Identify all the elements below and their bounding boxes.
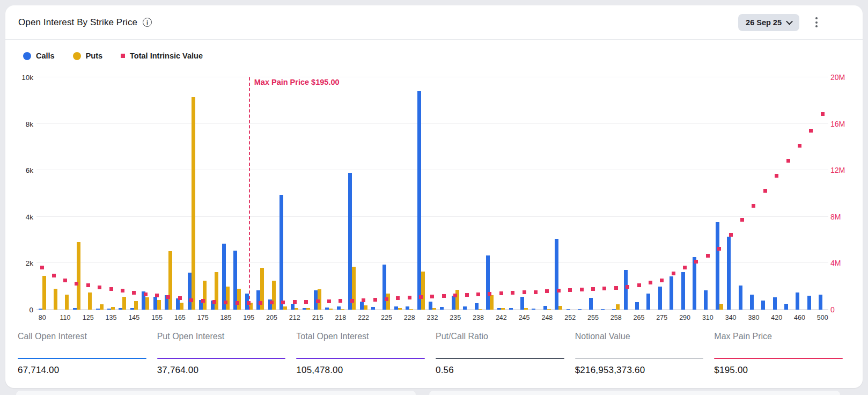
bar-group[interactable] <box>667 77 679 310</box>
bar-group[interactable] <box>48 77 59 310</box>
bar-group[interactable]: 145 <box>128 77 139 310</box>
bar-group[interactable] <box>805 77 816 310</box>
bar-group[interactable]: 185 <box>220 77 231 310</box>
bar-group[interactable] <box>277 77 289 310</box>
legend-item-puts[interactable]: Puts <box>73 52 102 60</box>
calls-bar <box>96 309 100 310</box>
bar-group[interactable]: 380 <box>748 77 759 310</box>
intrinsic-value-point <box>752 204 755 208</box>
bar-group[interactable] <box>186 77 197 310</box>
intrinsic-value-point <box>52 274 56 277</box>
bar-group[interactable]: 222 <box>358 77 369 310</box>
bar-group[interactable]: 245 <box>518 77 529 310</box>
bar-group[interactable]: 135 <box>105 77 116 310</box>
bar-group[interactable] <box>713 77 725 310</box>
calls-bar <box>681 272 685 310</box>
bar-group[interactable] <box>94 77 105 310</box>
bar-group[interactable]: 255 <box>587 77 599 310</box>
bar-group[interactable] <box>760 77 771 310</box>
legend-item-intrinsic[interactable]: Total Intrinsic Value <box>121 52 203 60</box>
bar-group[interactable] <box>369 77 380 310</box>
calls-bar <box>39 309 42 310</box>
bar-group[interactable]: 238 <box>473 77 484 310</box>
puts-bar <box>479 309 482 310</box>
bar-group[interactable]: 290 <box>679 77 690 310</box>
legend-item-calls[interactable]: Calls <box>23 52 55 60</box>
puts-bar <box>719 304 723 310</box>
intrinsic-value-point <box>614 286 618 290</box>
bar-group[interactable] <box>392 77 403 310</box>
bar-group[interactable] <box>553 77 564 310</box>
x-axis-tick: 222 <box>358 314 369 321</box>
bar-group[interactable] <box>530 77 541 310</box>
bar-group[interactable]: 252 <box>564 77 576 310</box>
bar-group[interactable]: 218 <box>335 77 346 310</box>
bar-group[interactable]: 275 <box>656 77 667 310</box>
bar-group[interactable]: 242 <box>496 77 507 310</box>
bar-group[interactable]: 235 <box>450 77 461 310</box>
bar-group[interactable] <box>461 77 472 310</box>
expiry-date-dropdown[interactable]: 26 Sep 25 <box>738 14 799 31</box>
bar-group[interactable]: 258 <box>610 77 622 310</box>
bar-group[interactable] <box>599 77 610 310</box>
x-axis-tick: 380 <box>748 314 759 321</box>
intrinsic-value-point <box>40 266 44 269</box>
y-axis-right: 04M8M12M16M20M <box>830 77 859 310</box>
bar-group[interactable] <box>117 77 128 310</box>
bar-group[interactable]: 420 <box>771 77 782 310</box>
bar-group[interactable] <box>300 77 312 310</box>
bar-group[interactable]: 125 <box>83 77 94 310</box>
intrinsic-value-point <box>798 144 801 148</box>
bar-group[interactable] <box>645 77 656 310</box>
bar-group[interactable]: 215 <box>312 77 323 310</box>
bar-group[interactable] <box>576 77 587 310</box>
bar-group[interactable] <box>782 77 793 310</box>
bar-group[interactable] <box>140 77 151 310</box>
bar-group[interactable]: 165 <box>174 77 186 310</box>
bar-group[interactable]: 155 <box>151 77 163 310</box>
bar-group[interactable] <box>323 77 335 310</box>
expiry-date-label: 26 Sep 25 <box>746 18 782 27</box>
bar-groups: 8011012513514515516517518519520521221521… <box>36 77 828 310</box>
bar-group[interactable] <box>163 77 174 310</box>
bar-group[interactable]: 175 <box>197 77 208 310</box>
bar-group[interactable] <box>347 77 358 310</box>
bar-group[interactable]: 205 <box>266 77 277 310</box>
bar-group[interactable]: 340 <box>725 77 736 310</box>
bar-group[interactable]: 80 <box>36 77 48 310</box>
bar-group[interactable]: 228 <box>404 77 415 310</box>
bar-group[interactable] <box>254 77 266 310</box>
y-right-tick: 8M <box>830 213 841 221</box>
bar-group[interactable]: 500 <box>817 77 828 310</box>
y-right-tick: 0 <box>830 305 835 314</box>
bar-group[interactable] <box>71 77 82 310</box>
bar-group[interactable]: 225 <box>381 77 392 310</box>
intrinsic-value-point <box>580 288 584 291</box>
calls-bar <box>578 309 582 310</box>
stats-row: Call Open Interest 67,714.00 Put Open In… <box>18 331 843 376</box>
bar-group[interactable] <box>484 77 495 310</box>
bar-group[interactable]: 265 <box>633 77 644 310</box>
bar-group[interactable]: 110 <box>60 77 71 310</box>
bar-group[interactable] <box>690 77 702 310</box>
bar-group[interactable]: 248 <box>541 77 553 310</box>
intrinsic-swatch-icon <box>121 54 125 58</box>
bar-group[interactable] <box>415 77 426 310</box>
stat-label: Put/Call Ratio <box>436 331 564 342</box>
intrinsic-value-point <box>259 301 262 305</box>
x-axis-tick: 155 <box>151 314 163 321</box>
bar-group[interactable] <box>232 77 243 310</box>
bar-group[interactable]: 310 <box>702 77 713 310</box>
bar-group[interactable] <box>438 77 450 310</box>
bar-group[interactable] <box>507 77 518 310</box>
bar-group[interactable] <box>209 77 220 310</box>
y-right-tick: 20M <box>830 73 845 82</box>
bar-group[interactable]: 212 <box>289 77 300 310</box>
intrinsic-value-point <box>408 296 411 299</box>
bar-group[interactable]: 460 <box>794 77 805 310</box>
kebab-menu-icon[interactable] <box>813 15 820 30</box>
bar-group[interactable] <box>622 77 633 310</box>
bar-group[interactable] <box>737 77 748 310</box>
info-icon[interactable]: i <box>143 18 152 27</box>
bar-group[interactable]: 232 <box>426 77 438 310</box>
